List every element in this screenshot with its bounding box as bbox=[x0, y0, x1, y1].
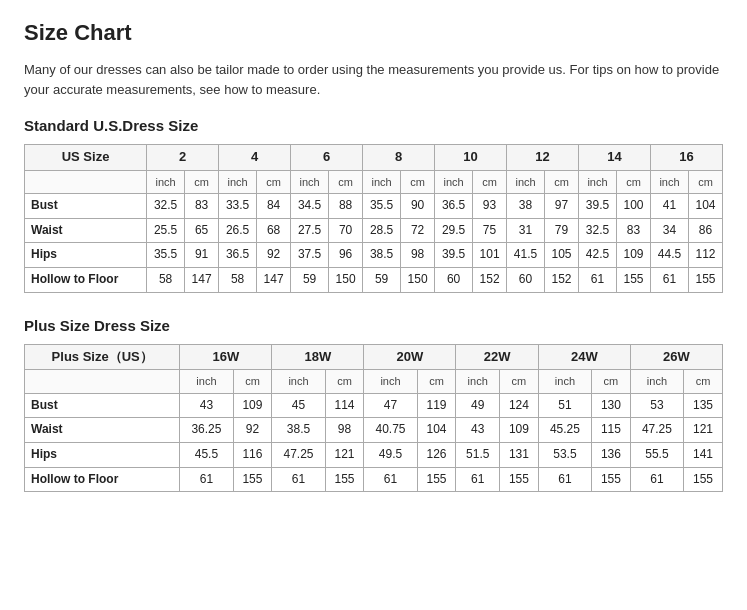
row-label: Bust bbox=[25, 194, 147, 219]
cell-value: 43 bbox=[180, 393, 233, 418]
plus-24w-inch: inch bbox=[538, 370, 591, 393]
table-row: Hips45.511647.2512149.512651.513153.5136… bbox=[25, 442, 723, 467]
cell-value: 79 bbox=[545, 218, 579, 243]
cell-value: 152 bbox=[545, 267, 579, 292]
cell-value: 83 bbox=[617, 218, 651, 243]
cell-value: 34 bbox=[650, 218, 688, 243]
std-4-inch: inch bbox=[219, 170, 257, 193]
standard-col-ussize: US Size bbox=[25, 145, 147, 171]
standard-col-16: 16 bbox=[650, 145, 722, 171]
cell-value: 68 bbox=[257, 218, 291, 243]
standard-col-10: 10 bbox=[435, 145, 507, 171]
cell-value: 58 bbox=[147, 267, 185, 292]
std-8-inch: inch bbox=[363, 170, 401, 193]
page-title: Size Chart bbox=[24, 20, 723, 46]
std-16-cm: cm bbox=[689, 170, 723, 193]
cell-value: 45.25 bbox=[538, 418, 591, 443]
cell-value: 47.25 bbox=[630, 418, 683, 443]
cell-value: 65 bbox=[185, 218, 219, 243]
cell-value: 101 bbox=[473, 243, 507, 268]
cell-value: 114 bbox=[325, 393, 364, 418]
cell-value: 92 bbox=[257, 243, 291, 268]
cell-value: 36.25 bbox=[180, 418, 233, 443]
cell-value: 25.5 bbox=[147, 218, 185, 243]
cell-value: 60 bbox=[507, 267, 545, 292]
cell-value: 61 bbox=[456, 467, 500, 492]
plus-col-24w: 24W bbox=[538, 344, 630, 370]
cell-value: 86 bbox=[689, 218, 723, 243]
cell-value: 35.5 bbox=[147, 243, 185, 268]
cell-value: 61 bbox=[578, 267, 616, 292]
cell-value: 152 bbox=[473, 267, 507, 292]
row-label: Waist bbox=[25, 218, 147, 243]
cell-value: 45.5 bbox=[180, 442, 233, 467]
cell-value: 84 bbox=[257, 194, 291, 219]
cell-value: 32.5 bbox=[147, 194, 185, 219]
row-label: Bust bbox=[25, 393, 180, 418]
cell-value: 147 bbox=[185, 267, 219, 292]
std-2-cm: cm bbox=[185, 170, 219, 193]
table-row: Waist36.259238.59840.751044310945.251154… bbox=[25, 418, 723, 443]
cell-value: 98 bbox=[401, 243, 435, 268]
standard-col-12: 12 bbox=[507, 145, 579, 171]
cell-value: 49 bbox=[456, 393, 500, 418]
cell-value: 155 bbox=[684, 467, 723, 492]
std-12-inch: inch bbox=[507, 170, 545, 193]
plus-24w-cm: cm bbox=[592, 370, 631, 393]
table-row: Waist25.56526.56827.57028.57229.57531793… bbox=[25, 218, 723, 243]
cell-value: 83 bbox=[185, 194, 219, 219]
std-14-inch: inch bbox=[578, 170, 616, 193]
row-label: Hollow to Floor bbox=[25, 467, 180, 492]
cell-value: 109 bbox=[617, 243, 651, 268]
cell-value: 26.5 bbox=[219, 218, 257, 243]
cell-value: 130 bbox=[592, 393, 631, 418]
cell-value: 36.5 bbox=[435, 194, 473, 219]
table-row: Bust32.58333.58434.58835.59036.593389739… bbox=[25, 194, 723, 219]
standard-size-table: US Size 2 4 6 8 10 12 14 16 inch cm inch… bbox=[24, 144, 723, 293]
cell-value: 109 bbox=[233, 393, 272, 418]
description-text: Many of our dresses can also be tailor m… bbox=[24, 60, 723, 99]
plus-20w-cm: cm bbox=[417, 370, 456, 393]
cell-value: 41.5 bbox=[507, 243, 545, 268]
plus-subheader-empty bbox=[25, 370, 180, 393]
cell-value: 104 bbox=[417, 418, 456, 443]
cell-value: 155 bbox=[592, 467, 631, 492]
cell-value: 116 bbox=[233, 442, 272, 467]
cell-value: 43 bbox=[456, 418, 500, 443]
plus-size-table: Plus Size（US） 16W 18W 20W 22W 24W 26W in… bbox=[24, 344, 723, 493]
cell-value: 109 bbox=[500, 418, 539, 443]
cell-value: 61 bbox=[630, 467, 683, 492]
cell-value: 98 bbox=[325, 418, 364, 443]
cell-value: 155 bbox=[417, 467, 456, 492]
cell-value: 61 bbox=[538, 467, 591, 492]
cell-value: 61 bbox=[650, 267, 688, 292]
cell-value: 155 bbox=[617, 267, 651, 292]
cell-value: 35.5 bbox=[363, 194, 401, 219]
plus-col-label: Plus Size（US） bbox=[25, 344, 180, 370]
table-row: Hips35.59136.59237.59638.59839.510141.51… bbox=[25, 243, 723, 268]
row-label: Hips bbox=[25, 243, 147, 268]
std-4-cm: cm bbox=[257, 170, 291, 193]
plus-20w-inch: inch bbox=[364, 370, 417, 393]
cell-value: 155 bbox=[500, 467, 539, 492]
cell-value: 29.5 bbox=[435, 218, 473, 243]
cell-value: 38 bbox=[507, 194, 545, 219]
cell-value: 36.5 bbox=[219, 243, 257, 268]
cell-value: 51 bbox=[538, 393, 591, 418]
cell-value: 105 bbox=[545, 243, 579, 268]
row-label: Hollow to Floor bbox=[25, 267, 147, 292]
cell-value: 115 bbox=[592, 418, 631, 443]
row-label: Waist bbox=[25, 418, 180, 443]
cell-value: 72 bbox=[401, 218, 435, 243]
cell-value: 124 bbox=[500, 393, 539, 418]
plus-22w-inch: inch bbox=[456, 370, 500, 393]
plus-16w-cm: cm bbox=[233, 370, 272, 393]
plus-18w-cm: cm bbox=[325, 370, 364, 393]
cell-value: 38.5 bbox=[363, 243, 401, 268]
std-10-cm: cm bbox=[473, 170, 507, 193]
cell-value: 141 bbox=[684, 442, 723, 467]
row-label: Hips bbox=[25, 442, 180, 467]
std-8-cm: cm bbox=[401, 170, 435, 193]
standard-col-4: 4 bbox=[219, 145, 291, 171]
cell-value: 155 bbox=[689, 267, 723, 292]
